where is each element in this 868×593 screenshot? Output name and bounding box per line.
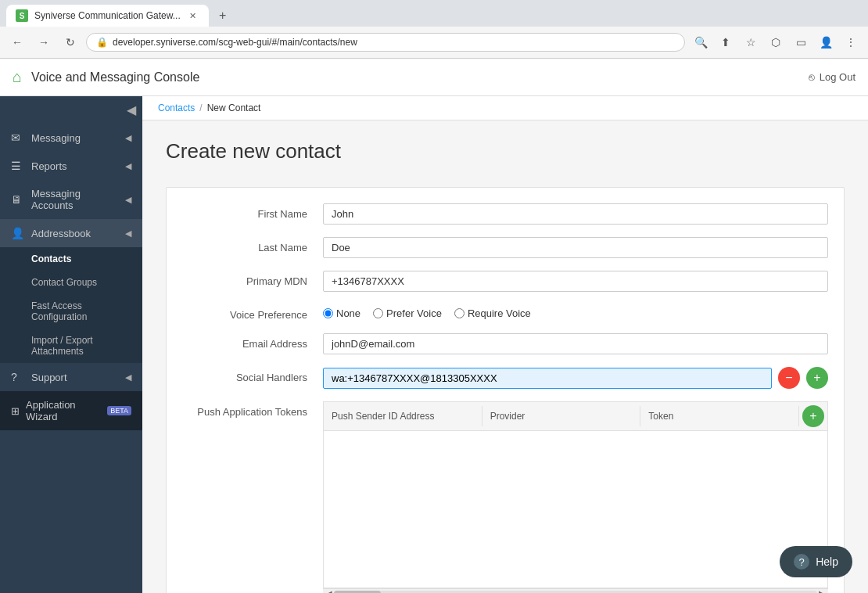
extensions-icon[interactable]: ⬡ <box>765 31 787 53</box>
last-name-input[interactable] <box>323 237 828 258</box>
email-field <box>323 333 828 354</box>
voice-none-radio[interactable] <box>323 308 333 318</box>
voice-require-radio[interactable] <box>454 308 464 318</box>
primary-mdn-row: Primary MDN <box>182 271 828 292</box>
sidebar-messaging-accounts-label: Messaging Accounts <box>31 188 117 211</box>
logout-button[interactable]: ⎋ Log Out <box>809 71 855 83</box>
bookmark-icon[interactable]: ☆ <box>740 31 762 53</box>
last-name-field <box>323 237 828 258</box>
logout-label: Log Out <box>820 71 855 83</box>
new-tab-button[interactable]: + <box>212 5 234 27</box>
last-name-label: Last Name <box>182 237 323 253</box>
voice-prefer-option[interactable]: Prefer Voice <box>373 307 442 319</box>
voice-require-option[interactable]: Require Voice <box>454 307 531 319</box>
sidebar-item-addressbook[interactable]: 👤 Addressbook ◀ <box>0 219 142 247</box>
browser-nav-icons: 🔍 ⬆ ☆ ⬡ ▭ 👤 ⋮ <box>690 31 862 53</box>
forward-button[interactable]: → <box>33 31 55 53</box>
sidebar-reports-label: Reports <box>31 160 117 172</box>
add-handler-button[interactable]: + <box>806 367 828 389</box>
sidebar-support-label: Support <box>31 372 117 383</box>
contact-groups-label: Contact Groups <box>31 277 97 288</box>
push-tokens-row: Push Application Tokens Push Sender ID A… <box>182 401 828 593</box>
messaging-accounts-icon: 🖥 <box>11 193 23 206</box>
main-layout: ◀ ✉ Messaging ◀ ☰ Reports ◀ 🖥 Messaging … <box>0 96 868 593</box>
first-name-row: First Name <box>182 203 828 225</box>
primary-mdn-input[interactable] <box>323 271 828 292</box>
first-name-field <box>323 203 828 225</box>
help-icon: ? <box>794 554 809 570</box>
tab-title: Syniverse Communication Gatew... <box>34 10 181 21</box>
reload-button[interactable]: ↻ <box>59 31 81 53</box>
add-push-token-area: + <box>799 402 827 430</box>
breadcrumb-parent[interactable]: Contacts <box>158 102 195 113</box>
help-button[interactable]: ? Help <box>780 546 852 577</box>
profile-icon[interactable]: 👤 <box>815 31 837 53</box>
scrollbar-track[interactable] <box>334 591 817 594</box>
sidebar-sub-import-export[interactable]: Import / Export Attachments <box>0 329 142 363</box>
app-wizard-badge: BETA <box>107 406 131 415</box>
content-body: Create new contact First Name Last Name <box>142 120 868 593</box>
add-push-token-button[interactable]: + <box>802 405 824 427</box>
scrollbar-thumb[interactable] <box>334 591 381 594</box>
nav-bar: ← → ↻ 🔒 developer.syniverse.com/scg-web-… <box>0 27 868 59</box>
home-icon[interactable]: ⌂ <box>13 68 22 86</box>
email-label: Email Address <box>182 333 323 350</box>
app-header: ⌂ Voice and Messaging Console ⎋ Log Out <box>0 59 868 96</box>
chevron-right-icon: ◀ <box>125 133 131 143</box>
app-container: ⌂ Voice and Messaging Console ⎋ Log Out … <box>0 59 868 593</box>
sidebar-item-messaging-accounts[interactable]: 🖥 Messaging Accounts ◀ <box>0 180 142 219</box>
breadcrumb-separator: / <box>199 102 202 113</box>
breadcrumb-current: New Contact <box>207 102 261 113</box>
push-tokens-table-header: Push Sender ID Address Provider Token + <box>324 402 827 431</box>
sidebar-sub-contact-groups[interactable]: Contact Groups <box>0 271 142 294</box>
app-header-title: Voice and Messaging Console <box>31 70 799 84</box>
voice-preference-row: Voice Preference None Prefer Voice <box>182 304 828 321</box>
voice-preference-field: None Prefer Voice Require Voice <box>323 304 828 319</box>
import-export-label: Import / Export Attachments <box>31 335 93 357</box>
menu-icon[interactable]: ⋮ <box>840 31 862 53</box>
first-name-input[interactable] <box>323 203 828 225</box>
content-area: Contacts / New Contact Create new contac… <box>142 96 868 593</box>
push-tokens-table: Push Sender ID Address Provider Token + <box>323 401 828 588</box>
push-sender-id-column-header: Push Sender ID Address <box>324 406 482 426</box>
active-tab[interactable]: S Syniverse Communication Gatew... ✕ <box>6 5 209 27</box>
sidebar-item-reports[interactable]: ☰ Reports ◀ <box>0 152 142 180</box>
sidebar-sub-fast-access[interactable]: Fast Access Configuration <box>0 294 142 329</box>
voice-preference-label: Voice Preference <box>182 304 323 321</box>
sidebar-toggle-icon[interactable]: ▭ <box>790 31 812 53</box>
horizontal-scrollbar[interactable]: ◀ ▶ <box>323 588 828 593</box>
voice-none-label: None <box>336 307 360 319</box>
push-tokens-table-body[interactable] <box>324 431 827 588</box>
search-icon[interactable]: 🔍 <box>690 31 712 53</box>
voice-preference-radio-group: None Prefer Voice Require Voice <box>323 304 828 319</box>
remove-handler-button[interactable]: − <box>778 367 800 389</box>
sidebar-sub-contacts[interactable]: Contacts <box>0 247 142 271</box>
email-input[interactable] <box>323 333 828 354</box>
email-row: Email Address <box>182 333 828 354</box>
sidebar-item-messaging[interactable]: ✉ Messaging ◀ <box>0 124 142 152</box>
voice-require-label: Require Voice <box>468 307 531 319</box>
addressbook-icon: 👤 <box>11 227 23 239</box>
sidebar-collapse-button[interactable]: ◀ <box>127 102 136 117</box>
back-button[interactable]: ← <box>6 31 28 53</box>
chevron-right-icon-reports: ◀ <box>125 161 131 171</box>
contacts-label: Contacts <box>31 253 71 264</box>
sidebar-item-app-wizard[interactable]: ⊞ Application Wizard BETA <box>0 391 142 430</box>
reports-icon: ☰ <box>11 160 23 172</box>
social-handler-input[interactable] <box>323 368 772 389</box>
scroll-right-button[interactable]: ▶ <box>817 589 827 594</box>
voice-none-option[interactable]: None <box>323 307 360 319</box>
messaging-icon: ✉ <box>11 131 23 144</box>
primary-mdn-label: Primary MDN <box>182 271 323 287</box>
share-icon[interactable]: ⬆ <box>715 31 737 53</box>
sidebar-addressbook-submenu: Contacts Contact Groups Fast Access Conf… <box>0 247 142 363</box>
sidebar-messaging-label: Messaging <box>31 132 117 144</box>
voice-prefer-label: Prefer Voice <box>386 307 442 319</box>
address-bar[interactable]: 🔒 developer.syniverse.com/scg-web-gui/#/… <box>86 33 685 52</box>
voice-prefer-radio[interactable] <box>373 308 383 318</box>
tab-favicon: S <box>16 9 28 22</box>
scroll-left-button[interactable]: ◀ <box>325 589 334 594</box>
tab-bar: S Syniverse Communication Gatew... ✕ + <box>0 0 868 27</box>
tab-close-button[interactable]: ✕ <box>187 9 199 22</box>
sidebar-item-support[interactable]: ? Support ◀ <box>0 363 142 391</box>
